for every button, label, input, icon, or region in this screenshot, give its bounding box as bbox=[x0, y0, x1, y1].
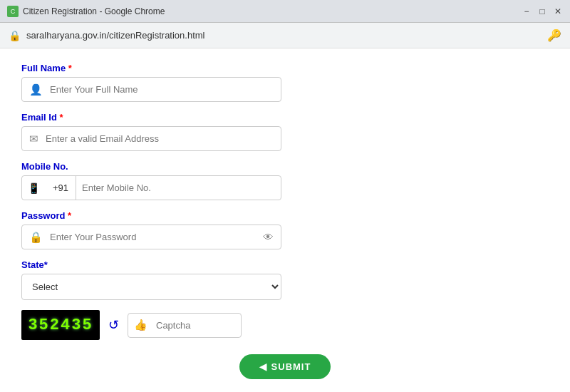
person-icon: 👤 bbox=[22, 83, 50, 96]
email-input[interactable] bbox=[46, 127, 281, 150]
full-name-group: Full Name * 👤 bbox=[21, 63, 549, 102]
mobile-input-wrapper: 📱 +91 bbox=[21, 175, 281, 200]
password-group: Password * 🔒 👁 bbox=[21, 210, 549, 249]
captcha-section: 352435 ↺ 👍 bbox=[21, 310, 549, 340]
minimize-button[interactable]: − bbox=[522, 6, 532, 16]
state-group: State* Select Haryana bbox=[21, 259, 549, 300]
email-icon: ✉ bbox=[22, 133, 46, 145]
state-label: State* bbox=[21, 259, 549, 270]
mobile-input[interactable] bbox=[76, 176, 281, 200]
mobile-group: Mobile No. 📱 +91 bbox=[21, 161, 549, 200]
captcha-refresh-icon[interactable]: ↺ bbox=[108, 317, 119, 333]
key-icon: 🔑 bbox=[547, 29, 561, 42]
url-display[interactable]: saralharyana.gov.in/citizenRegistration.… bbox=[26, 30, 205, 41]
address-bar: 🔒 saralharyana.gov.in/citizenRegistratio… bbox=[0, 23, 570, 48]
submit-button[interactable]: ◀ SUBMIT bbox=[239, 354, 331, 379]
full-name-input[interactable] bbox=[50, 78, 281, 101]
password-input[interactable] bbox=[50, 225, 256, 249]
page-content: Full Name * 👤 Email Id * ✉ Mobile No. 📱 … bbox=[0, 48, 570, 392]
email-label: Email Id * bbox=[21, 112, 549, 123]
title-bar: C Citizen Registration - Google Chrome −… bbox=[0, 0, 570, 23]
title-bar-controls: − □ ✕ bbox=[522, 6, 563, 16]
title-bar-left: C Citizen Registration - Google Chrome bbox=[7, 6, 165, 17]
full-name-required: * bbox=[68, 63, 72, 73]
full-name-label: Full Name * bbox=[21, 63, 549, 73]
thumb-icon: 👍 bbox=[128, 319, 153, 331]
phone-icon: 📱 bbox=[22, 182, 46, 194]
mobile-label: Mobile No. bbox=[21, 161, 549, 172]
close-button[interactable]: ✕ bbox=[553, 6, 563, 16]
captcha-input[interactable] bbox=[153, 314, 241, 337]
captcha-input-wrapper: 👍 bbox=[128, 313, 242, 338]
lock-field-icon: 🔒 bbox=[22, 231, 50, 244]
email-group: Email Id * ✉ bbox=[21, 112, 549, 151]
country-code: +91 bbox=[46, 176, 76, 200]
email-input-wrapper: ✉ bbox=[21, 126, 281, 151]
maximize-button[interactable]: □ bbox=[537, 6, 547, 16]
submit-btn-area: ◀ SUBMIT bbox=[21, 354, 549, 379]
state-required: * bbox=[44, 259, 48, 270]
submit-arrow-icon: ◀ bbox=[259, 361, 267, 372]
lock-icon: 🔒 bbox=[9, 30, 21, 41]
password-label: Password * bbox=[21, 210, 549, 221]
submit-label: SUBMIT bbox=[271, 361, 311, 372]
password-required: * bbox=[68, 210, 71, 221]
state-select[interactable]: Select Haryana bbox=[21, 274, 281, 300]
password-input-wrapper: 🔒 👁 bbox=[21, 225, 281, 249]
favicon-icon: C bbox=[7, 6, 19, 17]
eye-icon[interactable]: 👁 bbox=[256, 231, 281, 243]
captcha-text: 352435 bbox=[28, 316, 93, 334]
full-name-input-wrapper: 👤 bbox=[21, 77, 281, 102]
window-title: Citizen Registration - Google Chrome bbox=[23, 6, 165, 16]
email-required: * bbox=[59, 112, 63, 123]
captcha-image: 352435 bbox=[21, 310, 100, 340]
